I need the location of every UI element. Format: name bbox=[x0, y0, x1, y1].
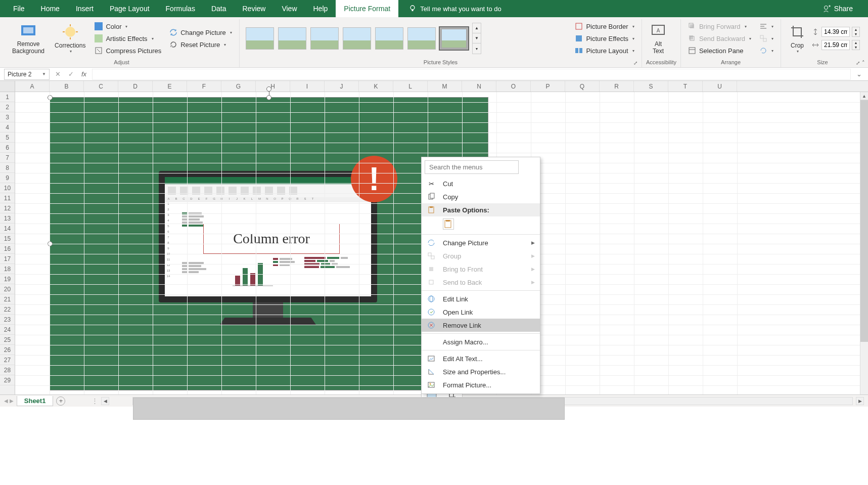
row-header-18[interactable]: 18 bbox=[0, 264, 15, 274]
horizontal-scrollbar[interactable] bbox=[132, 397, 853, 405]
row-header-15[interactable]: 15 bbox=[0, 234, 15, 244]
row-header-26[interactable]: 26 bbox=[0, 345, 15, 355]
row-header-27[interactable]: 27 bbox=[0, 355, 15, 365]
row-header-23[interactable]: 23 bbox=[0, 315, 15, 325]
resize-handle-tc[interactable] bbox=[266, 95, 271, 100]
group-objects-button[interactable]: ▾ bbox=[756, 33, 776, 44]
scroll-right-button[interactable]: ▶ bbox=[856, 397, 864, 405]
scroll-up-button[interactable]: ▲ bbox=[860, 92, 868, 100]
row-header-29[interactable]: 29 bbox=[0, 375, 15, 385]
row-header-6[interactable]: 6 bbox=[0, 143, 15, 153]
row-header-16[interactable]: 16 bbox=[0, 244, 15, 254]
row-header-25[interactable]: 25 bbox=[0, 335, 15, 345]
style-thumb-1[interactable] bbox=[246, 27, 274, 50]
styles-launcher[interactable]: ⤢ bbox=[633, 60, 639, 66]
fx-button[interactable]: fx bbox=[79, 69, 89, 79]
col-header-P[interactable]: P bbox=[531, 81, 565, 92]
col-header-T[interactable]: T bbox=[668, 81, 703, 92]
resize-handle-tl[interactable] bbox=[48, 95, 53, 100]
style-thumb-2[interactable] bbox=[278, 27, 306, 50]
tab-home[interactable]: Home bbox=[33, 0, 68, 17]
tab-help[interactable]: Help bbox=[305, 0, 336, 17]
row-header-5[interactable]: 5 bbox=[0, 133, 15, 143]
row-header-9[interactable]: 9 bbox=[0, 173, 15, 183]
sheet-tab-1[interactable]: Sheet1 bbox=[17, 396, 54, 406]
expand-formula-bar[interactable]: ⌄ bbox=[854, 69, 864, 79]
row-header-14[interactable]: 14 bbox=[0, 224, 15, 234]
row-header-24[interactable]: 24 bbox=[0, 325, 15, 335]
width-spinner[interactable]: ▲▼ bbox=[852, 40, 860, 50]
tell-me[interactable]: Tell me what you want to do bbox=[400, 0, 510, 17]
row-header-20[interactable]: 20 bbox=[0, 284, 15, 294]
ctx-format-picture[interactable]: Format Picture... bbox=[422, 378, 540, 391]
tab-picture-format[interactable]: Picture Format bbox=[336, 0, 398, 17]
row-header-19[interactable]: 19 bbox=[0, 274, 15, 284]
style-thumb-6[interactable] bbox=[407, 27, 436, 50]
row-header-1[interactable]: 1 bbox=[0, 92, 15, 102]
picture-effects-button[interactable]: Picture Effects▾ bbox=[572, 33, 637, 44]
col-header-O[interactable]: O bbox=[496, 81, 531, 92]
tab-review[interactable]: Review bbox=[235, 0, 274, 17]
row-header-12[interactable]: 12 bbox=[0, 203, 15, 213]
crop-button[interactable]: Crop ▾ bbox=[785, 20, 809, 57]
style-thumb-7[interactable] bbox=[440, 27, 468, 50]
col-header-A[interactable]: A bbox=[15, 81, 50, 92]
ctx-edit-link[interactable]: Edit Link bbox=[422, 292, 540, 305]
col-header-G[interactable]: G bbox=[221, 81, 256, 92]
ctx-edit-alt-text[interactable]: Edit Alt Text... bbox=[422, 352, 540, 365]
reset-picture-button[interactable]: Reset Picture▾ bbox=[166, 39, 235, 50]
col-header-Q[interactable]: Q bbox=[565, 81, 600, 92]
row-header-21[interactable]: 21 bbox=[0, 294, 15, 304]
compress-pictures-button[interactable]: Compress Pictures bbox=[92, 45, 164, 56]
bring-forward-button[interactable]: Bring Forward▾ bbox=[685, 21, 754, 32]
tab-insert[interactable]: Insert bbox=[68, 0, 102, 17]
col-header-C[interactable]: C bbox=[84, 81, 118, 92]
scroll-thumb-h[interactable] bbox=[133, 398, 565, 420]
col-header-M[interactable]: M bbox=[428, 81, 462, 92]
paste-option-1[interactable] bbox=[443, 218, 454, 230]
gallery-down[interactable]: ▼ bbox=[473, 33, 481, 43]
row-header-10[interactable]: 10 bbox=[0, 183, 15, 193]
new-sheet-button[interactable]: + bbox=[56, 396, 65, 406]
col-header-F[interactable]: F bbox=[187, 81, 221, 92]
select-all-corner[interactable] bbox=[0, 81, 15, 92]
color-button[interactable]: Color▾ bbox=[92, 21, 164, 32]
row-header-28[interactable]: 28 bbox=[0, 365, 15, 375]
row-header-13[interactable]: 13 bbox=[0, 213, 15, 224]
row-header-8[interactable]: 8 bbox=[0, 163, 15, 173]
style-thumb-5[interactable] bbox=[375, 27, 403, 50]
col-header-D[interactable]: D bbox=[118, 81, 153, 92]
picture-layout-button[interactable]: Picture Layout▾ bbox=[572, 45, 637, 56]
ctx-copy[interactable]: Copy bbox=[422, 190, 540, 203]
formula-input[interactable] bbox=[92, 69, 851, 80]
col-header-J[interactable]: J bbox=[325, 81, 359, 92]
col-header-L[interactable]: L bbox=[393, 81, 428, 92]
picture-border-button[interactable]: Picture Border▾ bbox=[572, 21, 637, 32]
corrections-button[interactable]: Corrections ▾ bbox=[51, 20, 89, 57]
row-header-11[interactable]: 11 bbox=[0, 193, 15, 203]
collapse-ribbon-button[interactable]: ˄ bbox=[862, 60, 865, 66]
tab-page-layout[interactable]: Page Layout bbox=[102, 0, 158, 17]
row-header-17[interactable]: 17 bbox=[0, 254, 15, 264]
rotation-handle[interactable] bbox=[266, 86, 271, 92]
rotate-button[interactable]: ▾ bbox=[756, 45, 776, 56]
row-header-3[interactable]: 3 bbox=[0, 112, 15, 122]
enter-formula-button[interactable]: ✓ bbox=[66, 69, 76, 79]
ctx-remove-link[interactable]: Remove Link bbox=[422, 319, 540, 332]
ctx-assign-macro[interactable]: Assign Macro... bbox=[422, 335, 540, 348]
row-header-2[interactable]: 2 bbox=[0, 102, 15, 112]
ctx-cut[interactable]: ✂Cut bbox=[422, 177, 540, 190]
align-button[interactable]: ▾ bbox=[756, 21, 776, 32]
width-input[interactable] bbox=[821, 40, 850, 50]
scroll-thumb-v[interactable] bbox=[860, 100, 868, 342]
row-header-7[interactable]: 7 bbox=[0, 153, 15, 163]
remove-background-button[interactable]: Remove Background bbox=[8, 20, 49, 57]
col-header-E[interactable]: E bbox=[153, 81, 187, 92]
share-button[interactable]: Share bbox=[823, 5, 863, 13]
artistic-effects-button[interactable]: Artistic Effects▾ bbox=[92, 33, 164, 44]
ctx-size-properties[interactable]: Size and Properties... bbox=[422, 365, 540, 378]
cancel-formula-button[interactable]: ✕ bbox=[53, 69, 63, 79]
col-header-K[interactable]: K bbox=[359, 81, 393, 92]
style-thumb-4[interactable] bbox=[343, 27, 371, 50]
gallery-up[interactable]: ▲ bbox=[473, 23, 481, 33]
